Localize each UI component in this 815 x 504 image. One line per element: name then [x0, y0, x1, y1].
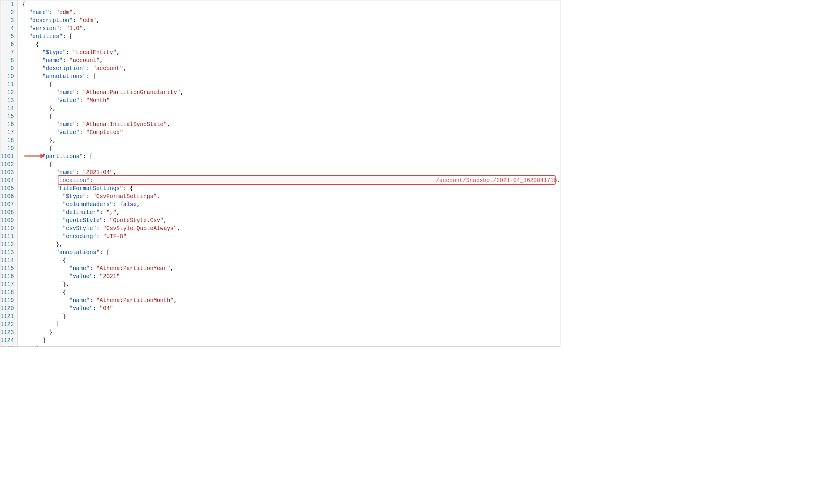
- json-key: "csvStyle": [62, 225, 96, 232]
- json-punct: [22, 297, 70, 304]
- json-punct: [22, 25, 29, 32]
- json-punct: :: [90, 297, 96, 304]
- json-string: "Month": [86, 97, 110, 104]
- code-line[interactable]: "name": "Athena:PartitionYear",: [22, 264, 560, 272]
- code-line[interactable]: {: [22, 112, 560, 120]
- json-punct: [22, 121, 56, 128]
- code-line[interactable]: },: [22, 280, 560, 288]
- json-string: "2021-04": [83, 169, 113, 176]
- line-number: 13: [0, 96, 14, 104]
- json-key: "fileFormatSettings": [56, 185, 123, 192]
- code-line[interactable]: "fileFormatSettings": {: [22, 184, 560, 192]
- json-punct: }: [22, 329, 53, 336]
- code-line[interactable]: ]: [22, 336, 560, 344]
- code-line[interactable]: ]: [22, 320, 560, 328]
- json-key: "description": [42, 65, 86, 72]
- line-number: 16: [0, 120, 14, 128]
- json-key: "value": [69, 305, 93, 312]
- line-number: 3: [0, 16, 14, 24]
- line-number: 19: [0, 144, 14, 152]
- code-line[interactable]: "name": "account",: [22, 56, 560, 64]
- code-line[interactable]: "columnHeaders": false,: [22, 200, 560, 208]
- code-line[interactable]: "quoteStyle": "QuoteStyle.Csv",: [22, 216, 560, 224]
- code-line[interactable]: },: [22, 136, 560, 144]
- json-string: "Completed": [86, 129, 123, 136]
- code-line[interactable]: "value": "Month": [22, 96, 560, 104]
- code-line[interactable]: "csvStyle": "CsvStyle.QuoteAlways",: [22, 224, 560, 232]
- code-line[interactable]: }: [22, 344, 560, 347]
- code-line[interactable]: "annotations": [: [22, 248, 560, 256]
- code-line[interactable]: "value": "Completed": [22, 128, 560, 136]
- code-line[interactable]: "encoding": "UTF-8": [22, 232, 560, 240]
- json-punct: :: [49, 9, 56, 16]
- line-number: 1124: [0, 336, 14, 344]
- code-line[interactable]: {: [22, 0, 560, 8]
- code-line[interactable]: "value": "2021": [22, 272, 560, 280]
- code-line[interactable]: "description": "account",: [22, 64, 560, 72]
- line-number: 1117: [0, 280, 14, 288]
- json-punct: [22, 129, 56, 136]
- code-line[interactable]: "delimiter": ",",: [22, 208, 560, 216]
- line-number: 1104: [0, 176, 14, 184]
- json-punct: :: [86, 193, 93, 200]
- line-number: 17: [0, 128, 14, 136]
- code-line[interactable]: }: [22, 328, 560, 336]
- json-punct: [22, 33, 29, 40]
- json-key: "$type": [62, 193, 86, 200]
- json-punct: :: [79, 97, 86, 104]
- json-punct: [22, 209, 63, 216]
- json-string: "04": [100, 305, 113, 312]
- code-line[interactable]: {: [22, 40, 560, 48]
- json-punct: [22, 89, 56, 96]
- json-string: "Athena:InitialSyncState": [83, 121, 167, 128]
- code-line[interactable]: {: [22, 256, 560, 264]
- line-number: 1101: [0, 152, 14, 160]
- code-line[interactable]: "annotations": [: [22, 72, 560, 80]
- json-punct: [22, 225, 63, 232]
- code-line[interactable]: "entities": [: [22, 32, 560, 40]
- line-number: 12: [0, 88, 14, 96]
- json-key: "annotations": [42, 73, 86, 80]
- code-line[interactable]: "$type": "LocalEntity",: [22, 48, 560, 56]
- line-number: 1123: [0, 328, 14, 336]
- code-line[interactable]: "location": /account/Snapshot/2021-04_16…: [22, 176, 560, 184]
- code-line[interactable]: "version": "1.0",: [22, 24, 560, 32]
- code-line[interactable]: {: [22, 144, 560, 152]
- json-punct: [22, 57, 42, 64]
- json-punct: [22, 49, 42, 56]
- json-punct: [22, 249, 56, 256]
- json-punct: ,: [164, 217, 167, 224]
- json-punct: ]: [22, 321, 59, 328]
- code-line[interactable]: "name": "Athena:PartitionGranularity",: [22, 88, 560, 96]
- code-line[interactable]: "name": "cdm",: [22, 8, 560, 16]
- json-punct: :: [100, 209, 106, 216]
- line-number: 10: [0, 72, 14, 80]
- code-line[interactable]: },: [22, 240, 560, 248]
- json-key: "name": [29, 9, 49, 16]
- code-line[interactable]: },: [22, 104, 560, 112]
- code-line[interactable]: {: [22, 80, 560, 88]
- code-line[interactable]: {: [22, 160, 560, 168]
- json-key: "entities": [29, 33, 62, 40]
- json-punct: {: [22, 289, 66, 296]
- json-punct: [22, 217, 63, 224]
- json-punct: : {: [123, 185, 133, 192]
- json-punct: :: [103, 217, 110, 224]
- code-line[interactable]: {: [22, 288, 560, 296]
- code-line[interactable]: "value": "04": [22, 304, 560, 312]
- code-line[interactable]: "partitions": [: [22, 152, 560, 160]
- code-editor[interactable]: 1234567891011121314151617181911011102110…: [0, 0, 560, 346]
- line-number: 1: [0, 0, 14, 8]
- line-number: 2: [0, 8, 14, 16]
- code-line[interactable]: "description": "cdm",: [22, 16, 560, 24]
- json-string: "2021": [100, 273, 120, 280]
- code-line[interactable]: "$type": "CsvFormatSettings",: [22, 192, 560, 200]
- json-key: "name": [56, 121, 76, 128]
- code-line[interactable]: "name": "2021-04",: [22, 168, 560, 176]
- json-punct: [22, 185, 56, 192]
- json-punct: ,: [157, 193, 160, 200]
- code-line[interactable]: }: [22, 312, 560, 320]
- code-area[interactable]: { "name": "cdm", "description": "cdm", "…: [18, 0, 560, 346]
- code-line[interactable]: "name": "Athena:PartitionMonth",: [22, 296, 560, 304]
- code-line[interactable]: "name": "Athena:InitialSyncState",: [22, 120, 560, 128]
